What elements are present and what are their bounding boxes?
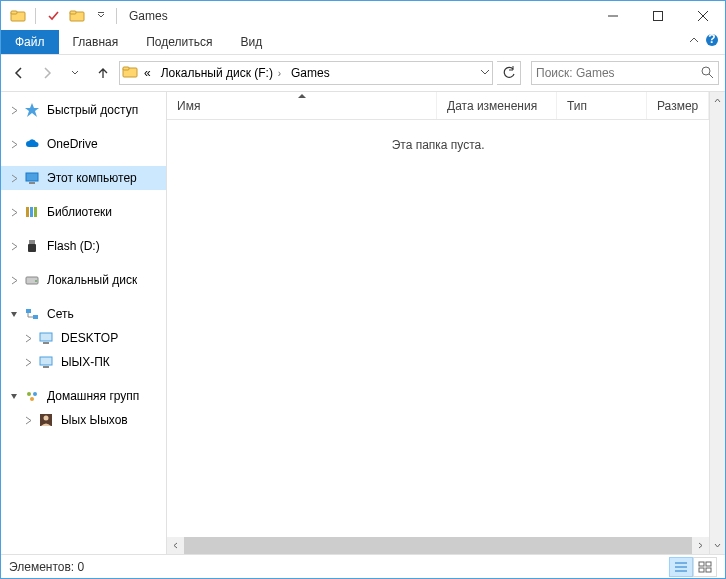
expander-icon[interactable] (7, 273, 21, 287)
breadcrumb-prefix[interactable]: « (140, 64, 155, 82)
svg-line-12 (709, 74, 713, 78)
file-tab[interactable]: Файл (1, 30, 59, 54)
new-folder-icon[interactable] (66, 5, 88, 27)
col-name[interactable]: Имя (167, 92, 437, 119)
tree-label: OneDrive (47, 137, 98, 151)
netpc-icon (37, 329, 55, 347)
scroll-thumb[interactable] (184, 537, 692, 554)
tree-node[interactable]: Flash (D:) (1, 234, 166, 258)
svg-point-11 (702, 67, 710, 75)
home-icon (23, 387, 41, 405)
search-input[interactable] (536, 66, 700, 80)
address-bar[interactable]: « Локальный диск (F:) › Games (119, 61, 493, 85)
tree-node[interactable]: OneDrive (1, 132, 166, 156)
svg-rect-13 (26, 173, 38, 181)
maximize-button[interactable] (635, 2, 680, 31)
up-button[interactable] (91, 61, 115, 85)
svg-rect-26 (40, 357, 52, 365)
tree-label: Быстрый доступ (47, 103, 138, 117)
horizontal-scrollbar[interactable] (167, 537, 709, 554)
tree-label: Библиотеки (47, 205, 112, 219)
close-button[interactable] (680, 2, 725, 31)
column-headers: Имя Дата изменения Тип Размер (167, 92, 709, 120)
expander-icon[interactable] (7, 205, 21, 219)
scroll-down-icon[interactable] (710, 537, 725, 554)
thumbnails-view-button[interactable] (693, 557, 717, 577)
tree-node[interactable]: Этот компьютер (1, 166, 166, 190)
tree-node[interactable]: Сеть (1, 302, 166, 326)
hdd-icon (23, 271, 41, 289)
tree-node[interactable]: Локальный диск (1, 268, 166, 292)
properties-icon[interactable] (42, 5, 64, 27)
expander-icon[interactable] (7, 137, 21, 151)
qat-divider (35, 8, 36, 24)
empty-message: Эта папка пуста. (167, 120, 709, 537)
forward-button[interactable] (35, 61, 59, 85)
svg-rect-18 (29, 240, 35, 244)
tree-node[interactable]: DESKTOP (1, 326, 166, 350)
scroll-left-icon[interactable] (167, 537, 184, 554)
tree-label: ЫЫХ-ПК (61, 355, 110, 369)
recent-dropdown[interactable] (63, 61, 87, 85)
chevron-right-icon: › (275, 68, 281, 79)
svg-rect-37 (706, 562, 711, 566)
libs-icon (23, 203, 41, 221)
svg-point-29 (33, 392, 37, 396)
svg-rect-6 (653, 12, 662, 21)
tree-label: Домашняя групп (47, 389, 139, 403)
svg-rect-15 (26, 207, 29, 217)
svg-rect-17 (34, 207, 37, 217)
svg-point-28 (27, 392, 31, 396)
breadcrumb-part[interactable]: Локальный диск (F:) › (157, 64, 285, 82)
search-icon[interactable] (700, 65, 714, 82)
svg-rect-10 (123, 67, 129, 70)
tab-share[interactable]: Поделиться (132, 30, 226, 54)
cloud-icon (23, 135, 41, 153)
svg-rect-3 (70, 11, 76, 14)
search-box[interactable] (531, 61, 719, 85)
scroll-right-icon[interactable] (692, 537, 709, 554)
qat-dropdown-icon[interactable] (90, 5, 112, 27)
ribbon-tabs: Файл Главная Поделиться Вид ? (1, 31, 725, 55)
address-dropdown-icon[interactable] (480, 66, 490, 80)
expander-icon[interactable] (7, 307, 21, 321)
col-type[interactable]: Тип (557, 92, 647, 119)
item-count: Элементов: 0 (9, 560, 84, 574)
scroll-up-icon[interactable] (710, 92, 725, 109)
breadcrumb-part[interactable]: Games (287, 64, 334, 82)
expander-icon[interactable] (7, 389, 21, 403)
tree-node[interactable]: Домашняя групп (1, 384, 166, 408)
svg-rect-4 (98, 12, 104, 13)
tree-node[interactable]: Ыых Ыыхов (1, 408, 166, 432)
svg-text:?: ? (708, 33, 715, 46)
col-date[interactable]: Дата изменения (437, 92, 557, 119)
tree-node[interactable]: Библиотеки (1, 200, 166, 224)
tree-node[interactable]: Быстрый доступ (1, 98, 166, 122)
vertical-scrollbar[interactable] (709, 92, 725, 554)
expander-icon[interactable] (7, 171, 21, 185)
back-button[interactable] (7, 61, 31, 85)
help-icon[interactable]: ? (705, 33, 719, 50)
tab-view[interactable]: Вид (226, 30, 276, 54)
quick-access-toolbar (7, 5, 112, 27)
expander-icon[interactable] (21, 355, 35, 369)
col-size[interactable]: Размер (647, 92, 709, 119)
svg-rect-25 (43, 342, 49, 344)
minimize-button[interactable] (590, 2, 635, 31)
tree-label: Этот компьютер (47, 171, 137, 185)
expander-icon[interactable] (21, 413, 35, 427)
tree-node[interactable]: ЫЫХ-ПК (1, 350, 166, 374)
ribbon-expand-icon[interactable] (689, 35, 699, 49)
details-view-button[interactable] (669, 557, 693, 577)
navigation-tree[interactable]: Быстрый доступOneDriveЭтот компьютерБибл… (1, 92, 167, 554)
tree-label: Сеть (47, 307, 74, 321)
tab-home[interactable]: Главная (59, 30, 133, 54)
expander-icon[interactable] (7, 239, 21, 253)
net-icon (23, 305, 41, 323)
star-icon (23, 101, 41, 119)
refresh-button[interactable] (497, 61, 521, 85)
svg-point-21 (35, 280, 37, 282)
expander-icon[interactable] (7, 103, 21, 117)
expander-icon[interactable] (21, 331, 35, 345)
titlebar: Games (1, 1, 725, 31)
